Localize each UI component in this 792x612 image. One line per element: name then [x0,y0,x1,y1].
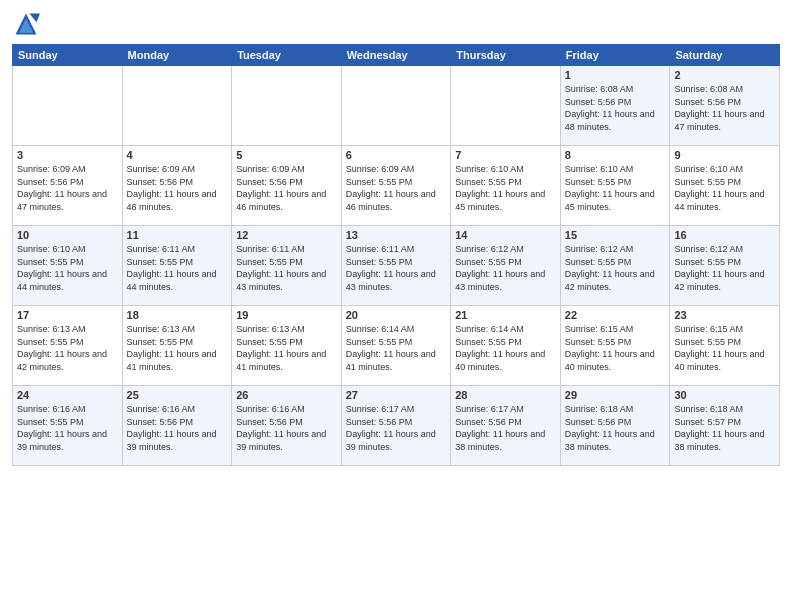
calendar-cell: 17Sunrise: 6:13 AMSunset: 5:55 PMDayligh… [13,306,123,386]
day-number: 14 [455,229,556,241]
cell-text: Sunset: 5:55 PM [674,176,775,189]
cell-text: Sunrise: 6:11 AM [346,243,447,256]
day-number: 13 [346,229,447,241]
cell-text: Sunset: 5:56 PM [455,416,556,429]
calendar-cell: 5Sunrise: 6:09 AMSunset: 5:56 PMDaylight… [232,146,342,226]
week-row-1: 1Sunrise: 6:08 AMSunset: 5:56 PMDaylight… [13,66,780,146]
day-number: 4 [127,149,228,161]
day-header-monday: Monday [122,45,232,66]
cell-text: Daylight: 11 hours and 38 minutes. [455,428,556,453]
cell-text: Sunrise: 6:12 AM [455,243,556,256]
cell-text: Daylight: 11 hours and 39 minutes. [127,428,228,453]
cell-text: Sunset: 5:55 PM [17,336,118,349]
day-number: 7 [455,149,556,161]
calendar-cell [13,66,123,146]
calendar-cell: 11Sunrise: 6:11 AMSunset: 5:55 PMDayligh… [122,226,232,306]
calendar-cell [232,66,342,146]
day-header-tuesday: Tuesday [232,45,342,66]
day-number: 5 [236,149,337,161]
cell-text: Sunrise: 6:10 AM [674,163,775,176]
cell-text: Sunrise: 6:13 AM [127,323,228,336]
cell-text: Daylight: 11 hours and 48 minutes. [565,108,666,133]
calendar-cell: 13Sunrise: 6:11 AMSunset: 5:55 PMDayligh… [341,226,451,306]
calendar-cell: 23Sunrise: 6:15 AMSunset: 5:55 PMDayligh… [670,306,780,386]
calendar-cell: 26Sunrise: 6:16 AMSunset: 5:56 PMDayligh… [232,386,342,466]
cell-text: Sunset: 5:56 PM [346,416,447,429]
cell-text: Daylight: 11 hours and 40 minutes. [674,348,775,373]
calendar-cell: 25Sunrise: 6:16 AMSunset: 5:56 PMDayligh… [122,386,232,466]
cell-text: Sunset: 5:55 PM [236,336,337,349]
cell-text: Sunset: 5:55 PM [565,176,666,189]
cell-text: Daylight: 11 hours and 39 minutes. [346,428,447,453]
cell-text: Sunrise: 6:16 AM [236,403,337,416]
cell-text: Sunset: 5:56 PM [674,96,775,109]
week-row-3: 10Sunrise: 6:10 AMSunset: 5:55 PMDayligh… [13,226,780,306]
day-number: 29 [565,389,666,401]
day-number: 8 [565,149,666,161]
cell-text: Daylight: 11 hours and 39 minutes. [17,428,118,453]
page: SundayMondayTuesdayWednesdayThursdayFrid… [0,0,792,612]
cell-text: Daylight: 11 hours and 47 minutes. [674,108,775,133]
calendar-cell: 6Sunrise: 6:09 AMSunset: 5:55 PMDaylight… [341,146,451,226]
calendar-cell: 20Sunrise: 6:14 AMSunset: 5:55 PMDayligh… [341,306,451,386]
cell-text: Sunrise: 6:09 AM [346,163,447,176]
calendar-cell: 9Sunrise: 6:10 AMSunset: 5:55 PMDaylight… [670,146,780,226]
cell-text: Sunrise: 6:13 AM [236,323,337,336]
day-header-saturday: Saturday [670,45,780,66]
cell-text: Sunset: 5:56 PM [565,96,666,109]
cell-text: Daylight: 11 hours and 40 minutes. [455,348,556,373]
calendar-cell: 2Sunrise: 6:08 AMSunset: 5:56 PMDaylight… [670,66,780,146]
cell-text: Sunset: 5:55 PM [565,256,666,269]
day-header-thursday: Thursday [451,45,561,66]
cell-text: Sunrise: 6:10 AM [17,243,118,256]
svg-marker-2 [30,14,41,23]
day-number: 18 [127,309,228,321]
cell-text: Sunrise: 6:09 AM [17,163,118,176]
cell-text: Sunrise: 6:11 AM [236,243,337,256]
cell-text: Sunrise: 6:13 AM [17,323,118,336]
cell-text: Daylight: 11 hours and 44 minutes. [17,268,118,293]
week-row-2: 3Sunrise: 6:09 AMSunset: 5:56 PMDaylight… [13,146,780,226]
cell-text: Daylight: 11 hours and 47 minutes. [17,188,118,213]
day-number: 9 [674,149,775,161]
cell-text: Sunset: 5:55 PM [455,256,556,269]
cell-text: Sunset: 5:55 PM [346,176,447,189]
cell-text: Sunrise: 6:17 AM [455,403,556,416]
calendar-cell: 12Sunrise: 6:11 AMSunset: 5:55 PMDayligh… [232,226,342,306]
day-number: 25 [127,389,228,401]
cell-text: Daylight: 11 hours and 44 minutes. [674,188,775,213]
calendar-cell: 15Sunrise: 6:12 AMSunset: 5:55 PMDayligh… [560,226,670,306]
cell-text: Daylight: 11 hours and 44 minutes. [127,268,228,293]
calendar-cell: 27Sunrise: 6:17 AMSunset: 5:56 PMDayligh… [341,386,451,466]
calendar-cell: 30Sunrise: 6:18 AMSunset: 5:57 PMDayligh… [670,386,780,466]
cell-text: Sunset: 5:57 PM [674,416,775,429]
day-number: 27 [346,389,447,401]
cell-text: Sunrise: 6:08 AM [565,83,666,96]
calendar-cell: 7Sunrise: 6:10 AMSunset: 5:55 PMDaylight… [451,146,561,226]
cell-text: Sunset: 5:55 PM [565,336,666,349]
calendar-cell: 29Sunrise: 6:18 AMSunset: 5:56 PMDayligh… [560,386,670,466]
calendar-cell [451,66,561,146]
calendar-cell: 18Sunrise: 6:13 AMSunset: 5:55 PMDayligh… [122,306,232,386]
logo [12,10,44,38]
day-number: 3 [17,149,118,161]
cell-text: Sunset: 5:56 PM [236,416,337,429]
cell-text: Sunrise: 6:16 AM [127,403,228,416]
cell-text: Daylight: 11 hours and 42 minutes. [565,268,666,293]
cell-text: Sunrise: 6:12 AM [565,243,666,256]
cell-text: Sunset: 5:55 PM [674,256,775,269]
cell-text: Daylight: 11 hours and 46 minutes. [346,188,447,213]
calendar-cell: 4Sunrise: 6:09 AMSunset: 5:56 PMDaylight… [122,146,232,226]
cell-text: Daylight: 11 hours and 43 minutes. [346,268,447,293]
calendar-cell [341,66,451,146]
calendar-cell: 21Sunrise: 6:14 AMSunset: 5:55 PMDayligh… [451,306,561,386]
calendar-cell: 10Sunrise: 6:10 AMSunset: 5:55 PMDayligh… [13,226,123,306]
cell-text: Sunrise: 6:15 AM [565,323,666,336]
week-row-5: 24Sunrise: 6:16 AMSunset: 5:55 PMDayligh… [13,386,780,466]
cell-text: Daylight: 11 hours and 40 minutes. [565,348,666,373]
cell-text: Sunset: 5:55 PM [674,336,775,349]
day-header-sunday: Sunday [13,45,123,66]
calendar-table: SundayMondayTuesdayWednesdayThursdayFrid… [12,44,780,466]
cell-text: Sunset: 5:55 PM [127,256,228,269]
day-number: 30 [674,389,775,401]
